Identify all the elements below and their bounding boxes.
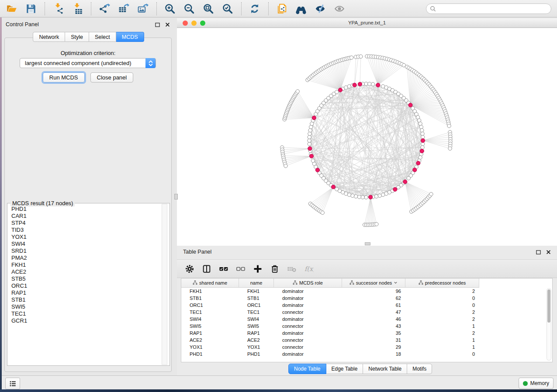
- tab-node-table[interactable]: Node Table: [288, 364, 326, 374]
- mcds-result-item[interactable]: SWI4: [11, 241, 161, 248]
- mcds-result-item[interactable]: RAP1: [11, 289, 161, 296]
- mcds-hub-node[interactable]: [413, 168, 417, 172]
- network-canvas[interactable]: [177, 28, 557, 246]
- table-row[interactable]: ORC1ORC1dominator610: [181, 302, 479, 309]
- mcds-hub-node[interactable]: [416, 161, 420, 165]
- close-panel-icon[interactable]: [164, 21, 171, 28]
- table-scrollbar[interactable]: [547, 288, 551, 361]
- table-row[interactable]: RAP1RAP1dominator352: [181, 330, 479, 337]
- mcds-result-item[interactable]: YOX1: [11, 234, 161, 241]
- mcds-hub-node[interactable]: [308, 147, 312, 151]
- mcds-hub-node[interactable]: [376, 83, 380, 87]
- mcds-result-item[interactable]: TEC1: [11, 310, 161, 317]
- tab-select[interactable]: Select: [89, 32, 116, 42]
- mcds-hub-node[interactable]: [393, 187, 397, 191]
- table-cell: 1: [405, 344, 479, 351]
- zoom-in-icon[interactable]: [163, 2, 176, 15]
- mcds-hub-node[interactable]: [353, 83, 356, 87]
- tab-style[interactable]: Style: [65, 32, 89, 42]
- mcds-result-item[interactable]: ORC1: [11, 282, 161, 289]
- save-session-icon[interactable]: [24, 2, 38, 15]
- mcds-hub-node[interactable]: [315, 168, 319, 172]
- add-column-icon[interactable]: [253, 264, 263, 274]
- mcds-result-item[interactable]: PHD1: [11, 206, 161, 213]
- mcds-hub-node[interactable]: [403, 180, 407, 184]
- mcds-result-item[interactable]: SRD1: [11, 248, 161, 254]
- table-row[interactable]: ACE2ACE2connector311: [181, 337, 479, 344]
- column-header-successor-nodes[interactable]: successor nodes: [342, 279, 405, 287]
- mcds-hub-node[interactable]: [338, 88, 342, 92]
- tab-edge-table[interactable]: Edge Table: [326, 364, 363, 374]
- table-row[interactable]: PHD1PHD1dominator180: [181, 351, 479, 358]
- import-table-icon[interactable]: [71, 2, 84, 15]
- export-table-icon[interactable]: [117, 2, 130, 15]
- mcds-hub-node[interactable]: [369, 195, 373, 199]
- network-file-share-icon[interactable]: [275, 2, 288, 15]
- mcds-result-item[interactable]: STB5: [11, 275, 161, 282]
- tab-network-table[interactable]: Network Table: [363, 364, 407, 374]
- mcds-hub-node[interactable]: [312, 116, 316, 120]
- column-header-shared-name[interactable]: shared name: [181, 279, 239, 287]
- table-scrollbar-thumb[interactable]: [547, 289, 550, 323]
- deselect-all-rows-icon[interactable]: [235, 264, 246, 274]
- status-bar: Memory: [2, 375, 557, 389]
- export-image-icon[interactable]: [136, 2, 149, 15]
- criterion-select[interactable]: largest connected component (undirected): [20, 58, 156, 68]
- table-row[interactable]: SWI5SWI5connector431: [181, 323, 479, 330]
- zoom-fit-icon[interactable]: [202, 2, 215, 15]
- task-history-button[interactable]: [5, 378, 20, 389]
- table-row[interactable]: STB1STB1dominator620: [181, 295, 479, 302]
- float-table-panel-icon[interactable]: [535, 249, 542, 255]
- mcds-hub-node[interactable]: [420, 149, 424, 153]
- run-mcds-button[interactable]: Run MCDS: [43, 72, 85, 83]
- tab-mcds[interactable]: MCDS: [116, 32, 144, 42]
- tab-motifs[interactable]: Motifs: [407, 364, 432, 374]
- toggle-column-pane-icon[interactable]: [201, 264, 212, 274]
- vertical-split-handle[interactable]: [174, 194, 178, 199]
- import-network-icon[interactable]: [52, 2, 65, 15]
- mcds-hub-node[interactable]: [309, 154, 313, 158]
- column-header-MCDS-role[interactable]: MCDS role: [274, 279, 342, 287]
- table-row[interactable]: YOX1YOX1connector291: [181, 344, 479, 351]
- search-field[interactable]: [426, 3, 551, 14]
- horizontal-split-handle[interactable]: [365, 242, 370, 245]
- mcds-result-item[interactable]: SWI5: [11, 303, 161, 310]
- zoom-out-icon[interactable]: [183, 2, 196, 15]
- mcds-list-scrollbar[interactable]: [162, 204, 167, 365]
- table-row[interactable]: TEC1TEC1connector472: [181, 309, 479, 316]
- search-input[interactable]: [436, 4, 551, 13]
- column-header-predecessor-nodes[interactable]: predecessor nodes: [405, 279, 479, 287]
- settings-gear-icon[interactable]: [184, 264, 195, 274]
- table-row[interactable]: SWI4SWI4dominator462: [181, 316, 479, 323]
- refresh-layout-icon[interactable]: [248, 2, 261, 15]
- table-cell: ACE2: [239, 337, 274, 344]
- mcds-hub-node[interactable]: [408, 103, 412, 107]
- export-network-icon[interactable]: [98, 2, 111, 15]
- mcds-hub-node[interactable]: [358, 82, 362, 86]
- table-cell: STB1: [239, 295, 274, 302]
- open-session-icon[interactable]: [5, 2, 18, 15]
- hide-items-icon[interactable]: [314, 2, 327, 15]
- mcds-hub-node[interactable]: [331, 185, 335, 189]
- mcds-result-item[interactable]: PMA2: [11, 254, 161, 261]
- mcds-result-item[interactable]: STP4: [11, 220, 161, 227]
- mcds-result-item[interactable]: FKH1: [11, 261, 161, 268]
- close-table-panel-icon[interactable]: [545, 249, 552, 255]
- memory-button[interactable]: Memory: [519, 378, 554, 389]
- close-panel-button[interactable]: Close panel: [90, 72, 134, 83]
- mcds-result-item[interactable]: TID3: [11, 227, 161, 234]
- tab-network[interactable]: Network: [33, 32, 65, 42]
- delete-columns-icon[interactable]: [270, 264, 280, 274]
- table-row[interactable]: FKH1FKH1dominator962: [181, 288, 479, 295]
- mcds-result-item[interactable]: STB1: [11, 296, 161, 303]
- mcds-hub-node[interactable]: [421, 138, 425, 142]
- float-panel-icon[interactable]: [154, 21, 161, 28]
- column-header-name[interactable]: name: [239, 279, 274, 287]
- select-all-rows-icon[interactable]: [218, 264, 229, 274]
- mcds-result-item[interactable]: CAR1: [11, 213, 161, 220]
- mcds-result-item[interactable]: ACE2: [11, 268, 161, 275]
- sort-descending-icon: [394, 280, 398, 285]
- mcds-result-item[interactable]: GCR1: [11, 317, 161, 324]
- binoculars-find-icon[interactable]: [294, 2, 308, 15]
- zoom-selected-icon[interactable]: [221, 2, 234, 15]
